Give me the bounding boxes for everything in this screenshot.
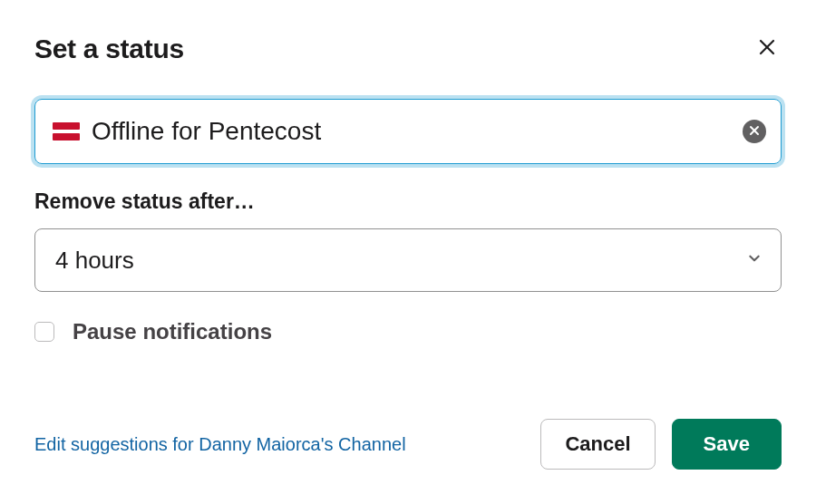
- chevron-down-icon: [748, 252, 761, 268]
- pause-notifications-row: Pause notifications: [34, 319, 782, 344]
- edit-suggestions-link[interactable]: Edit suggestions for Danny Maiorca's Cha…: [34, 434, 406, 455]
- status-emoji-button[interactable]: [50, 115, 83, 148]
- close-icon: [756, 36, 778, 61]
- dialog-footer: Edit suggestions for Danny Maiorca's Cha…: [34, 419, 782, 470]
- cancel-button[interactable]: Cancel: [540, 419, 655, 470]
- dialog-header: Set a status: [34, 33, 782, 64]
- footer-buttons: Cancel Save: [540, 419, 782, 470]
- save-button[interactable]: Save: [672, 419, 782, 470]
- close-button[interactable]: [753, 33, 782, 64]
- status-text-input[interactable]: [92, 117, 743, 146]
- remove-after-value: 4 hours: [55, 247, 134, 275]
- pause-notifications-label: Pause notifications: [73, 319, 272, 344]
- clear-status-button[interactable]: [743, 120, 766, 143]
- dialog-title: Set a status: [34, 34, 184, 64]
- pause-notifications-checkbox[interactable]: [34, 322, 54, 342]
- remove-after-label: Remove status after…: [34, 189, 782, 214]
- clear-icon: [749, 125, 760, 139]
- status-input-container: [34, 99, 782, 164]
- flag-denmark-icon: [53, 121, 80, 141]
- remove-after-select[interactable]: 4 hours: [34, 228, 782, 292]
